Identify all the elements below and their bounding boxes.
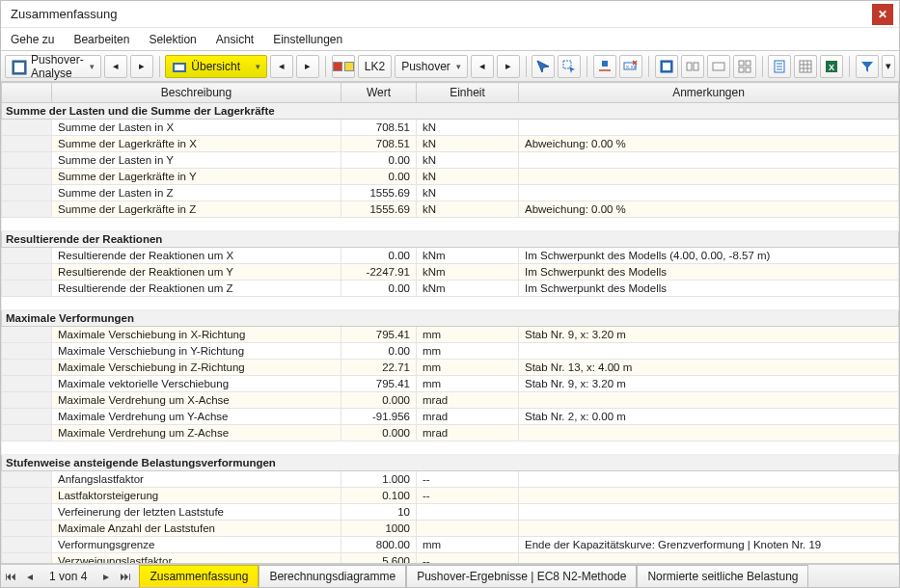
- col-header-einheit[interactable]: Einheit: [417, 83, 519, 103]
- cell-einheit: [417, 521, 519, 537]
- svg-rect-15: [713, 63, 724, 70]
- tool-filter-icon[interactable]: [856, 55, 879, 78]
- cell-beschreibung: Verzweigungslastfaktor: [52, 553, 341, 565]
- table-row[interactable]: Summe der Lagerkräfte in X708.51kNAbweic…: [2, 136, 899, 152]
- table-row[interactable]: Anfangslastfaktor1.000--: [2, 471, 899, 488]
- cell-beschreibung: Maximale Verdrehung um Y-Achse: [52, 409, 341, 425]
- row-index: [2, 327, 52, 343]
- view-dropdown[interactable]: Übersicht ▾: [165, 55, 267, 78]
- cell-anmerkungen: Ende der Kapazitätskurve: Grenzverformun…: [519, 537, 899, 553]
- row-index: [2, 152, 52, 169]
- table-row[interactable]: Verzweigungslastfaktor5.600--: [2, 553, 899, 565]
- nav-prev-analysis[interactable]: ◂: [104, 55, 127, 78]
- table-row[interactable]: Summe der Lagerkräfte in Z1555.69kNAbwei…: [2, 201, 899, 218]
- page-prev-button[interactable]: ◂: [20, 567, 40, 586]
- nav-prev-lc[interactable]: ◂: [471, 55, 494, 78]
- nav-next-view[interactable]: ▸: [296, 55, 319, 78]
- table-row[interactable]: Maximale Verschiebung in Z-Richtung22.71…: [2, 360, 899, 376]
- col-header-anmerkungen[interactable]: Anmerkungen: [519, 83, 899, 103]
- chevron-down-icon: ▾: [256, 62, 260, 71]
- svg-text:X: X: [829, 63, 834, 72]
- cell-einheit: kN: [417, 185, 519, 201]
- nav-prev-view[interactable]: ◂: [270, 55, 293, 78]
- cell-beschreibung: Summe der Lasten in Z: [52, 185, 341, 201]
- svg-rect-14: [694, 63, 698, 70]
- menu-selektion[interactable]: Selektion: [149, 33, 196, 46]
- tool-select-icon[interactable]: [532, 55, 555, 78]
- cell-wert: 0.000: [341, 392, 417, 409]
- table-row[interactable]: Maximale Verdrehung um Y-Achse-91.956mra…: [2, 409, 899, 425]
- nav-next-lc[interactable]: ▸: [497, 55, 520, 78]
- tool-layout-3-icon[interactable]: [707, 55, 730, 78]
- table-row[interactable]: Resultierende der Reaktionen um Y-2247.9…: [2, 264, 899, 281]
- tool-values-icon[interactable]: x.xx: [619, 55, 642, 78]
- cell-anmerkungen: Stab Nr. 9, x: 3.20 m: [519, 376, 899, 392]
- lc-dropdown[interactable]: LK2: [358, 55, 392, 78]
- nav-next-analysis[interactable]: ▸: [130, 55, 153, 78]
- cell-anmerkungen: Abweichung: 0.00 %: [519, 201, 899, 218]
- col-header-wert[interactable]: Wert: [341, 83, 417, 103]
- table-row[interactable]: Maximale Verschiebung in Y-Richtung0.00m…: [2, 343, 899, 360]
- sheet-tab[interactable]: Pushover-Ergebnisse | EC8 N2-Methode: [406, 565, 637, 587]
- tool-layout-4-icon[interactable]: [733, 55, 756, 78]
- blank-row: [2, 297, 899, 310]
- analysis-dropdown[interactable]: Pushover-Analyse ▾: [5, 55, 101, 78]
- tool-filter-dropdown[interactable]: ▾: [882, 55, 895, 78]
- page-last-button[interactable]: ⏭: [116, 567, 135, 586]
- table-row[interactable]: Summe der Lasten in Y0.00kN: [2, 152, 899, 169]
- table-row[interactable]: Maximale Verdrehung um X-Achse0.000mrad: [2, 392, 899, 409]
- menu-ansicht[interactable]: Ansicht: [216, 33, 254, 46]
- cell-beschreibung: Anfangslastfaktor: [52, 471, 341, 488]
- tool-dimension-icon[interactable]: [593, 55, 616, 78]
- cell-einheit: mm: [417, 327, 519, 343]
- row-index: [2, 376, 52, 392]
- row-index: [2, 471, 52, 488]
- table-row[interactable]: Verfeinerung der letzten Laststufe10: [2, 504, 899, 521]
- mode-dropdown[interactable]: Pushover ▾: [395, 55, 468, 78]
- bottombar: ⏮ ◂ 1 von 4 ▸ ⏭ ZusammenfassungBerechnun…: [1, 564, 899, 587]
- cell-anmerkungen: Stab Nr. 9, x: 3.20 m: [519, 327, 899, 343]
- section-header: Resultierende der Reaktionen: [2, 231, 899, 248]
- cell-einheit: --: [417, 471, 519, 488]
- sheet-tab[interactable]: Berechnungsdiagramme: [259, 565, 406, 587]
- page-first-button[interactable]: ⏮: [1, 567, 20, 586]
- menu-einstellungen[interactable]: Einstellungen: [273, 33, 342, 46]
- table-row[interactable]: Resultierende der Reaktionen um X0.00kNm…: [2, 248, 899, 264]
- sheet-tab[interactable]: Zusammenfassung: [139, 565, 259, 587]
- table-row[interactable]: Summe der Lagerkräfte in Y0.00kN: [2, 169, 899, 185]
- table-row[interactable]: Lastfaktorsteigerung0.100--: [2, 488, 899, 504]
- col-header-beschreibung[interactable]: Beschreibung: [52, 83, 341, 103]
- table-row[interactable]: Verformungsgrenze800.00mmEnde der Kapazi…: [2, 537, 899, 553]
- table-row[interactable]: Maximale Anzahl der Laststufen1000: [2, 521, 899, 537]
- tool-grid-icon[interactable]: [794, 55, 817, 78]
- tool-layout-1-icon[interactable]: [655, 55, 678, 78]
- section-title: Summe der Lasten und die Summe der Lager…: [2, 103, 899, 120]
- menu-bearbeiten[interactable]: Bearbeiten: [73, 33, 129, 46]
- close-button[interactable]: ✕: [872, 4, 893, 25]
- table-row[interactable]: Maximale vektorielle Verschiebung795.41m…: [2, 376, 899, 392]
- col-header-index[interactable]: [2, 83, 52, 103]
- table-row[interactable]: Summe der Lasten in X708.51kN: [2, 120, 899, 136]
- row-index: [2, 136, 52, 152]
- cell-beschreibung: Maximale Verschiebung in X-Richtung: [52, 327, 341, 343]
- tool-select-area-icon[interactable]: [558, 55, 581, 78]
- tool-excel-icon[interactable]: X: [820, 55, 843, 78]
- window-title: Zusammenfassung: [7, 7, 872, 21]
- table-row[interactable]: Resultierende der Reaktionen um Z0.00kNm…: [2, 281, 899, 297]
- menu-gehe-zu[interactable]: Gehe zu: [11, 33, 54, 46]
- cell-einheit: kN: [417, 152, 519, 169]
- page-next-button[interactable]: ▸: [96, 567, 116, 586]
- color-swatches[interactable]: [332, 55, 355, 78]
- svg-rect-1: [14, 63, 24, 72]
- table-row[interactable]: Maximale Verdrehung um Z-Achse0.000mrad: [2, 425, 899, 441]
- table-row[interactable]: Summe der Lasten in Z1555.69kN: [2, 185, 899, 201]
- tool-layout-2-icon[interactable]: [681, 55, 704, 78]
- svg-rect-18: [739, 67, 744, 72]
- cell-anmerkungen: [519, 120, 899, 136]
- swatch-yellow-icon: [344, 62, 354, 71]
- table-row[interactable]: Maximale Verschiebung in X-Richtung795.4…: [2, 327, 899, 343]
- grid-scroll[interactable]: Beschreibung Wert Einheit Anmerkungen Su…: [1, 82, 899, 564]
- cell-einheit: mm: [417, 343, 519, 360]
- tool-report-icon[interactable]: [768, 55, 791, 78]
- sheet-tab[interactable]: Normierte seitliche Belastung: [637, 565, 808, 587]
